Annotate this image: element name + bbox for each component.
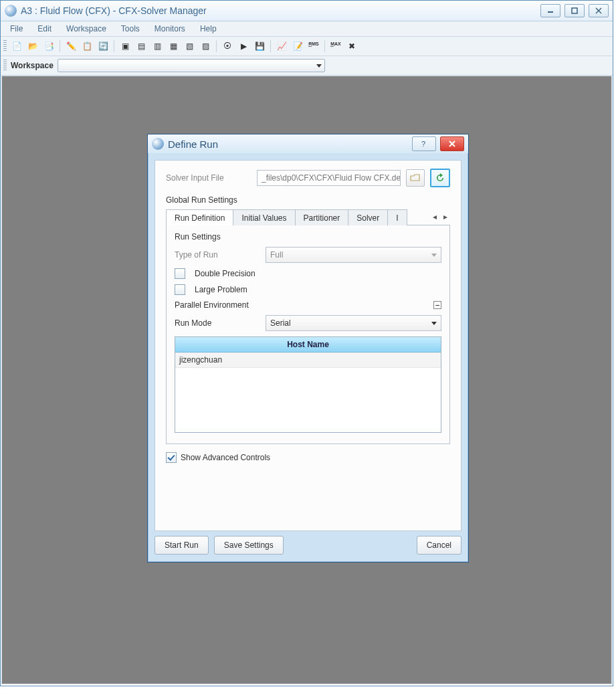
window-title: A3 : Fluid Flow (CFX) - CFX-Solver Manag…: [21, 5, 207, 16]
browse-button[interactable]: [406, 169, 425, 187]
show-advanced-label: Show Advanced Controls: [181, 453, 270, 462]
solver-input-field[interactable]: _files\dp0\CFX\CFX\Fluid Flow CFX.def: [257, 170, 401, 186]
type-of-run-label: Type of Run: [175, 250, 260, 260]
reload-icon[interactable]: 🔄: [96, 39, 110, 54]
collapse-toggle[interactable]: ‒: [433, 301, 441, 309]
toolbar-separator: [114, 40, 114, 52]
edit-icon[interactable]: ✏️: [64, 39, 78, 54]
chevron-down-icon: [431, 254, 437, 257]
type-of-run-select[interactable]: Full: [266, 247, 441, 263]
chevron-down-icon: [316, 64, 322, 68]
toolbar: 📄📂📑✏️📋🔄▣▤▥▦▧▨⦿▶💾📈📝RMS‾‾MAX‾‾✖: [1, 37, 613, 56]
dialog-footer: Start Run Save Settings Cancel: [155, 535, 461, 555]
workspace-label: Workspace: [11, 61, 54, 70]
rms-icon[interactable]: RMS‾‾: [306, 39, 321, 54]
grid-empty-area: [175, 368, 441, 432]
maximize-button[interactable]: [564, 4, 585, 17]
tab-pane: Run Settings Type of Run Full Double Pre…: [166, 225, 450, 444]
tab-scroll-left[interactable]: ◂: [430, 210, 439, 223]
dialog-body: Solver Input File _files\dp0\CFX\CFX\Flu…: [155, 160, 461, 531]
toolbar-separator: [270, 40, 271, 52]
tab-partitioner[interactable]: Partitioner: [295, 209, 349, 225]
docs-icon[interactable]: 📑: [41, 39, 56, 54]
titlebar: A3 : Fluid Flow (CFX) - CFX-Solver Manag…: [1, 1, 613, 21]
dialog-titlebar: Define Run ?: [148, 134, 468, 153]
toolbar-grip: [3, 40, 7, 52]
wsbar-grip: [3, 60, 7, 72]
define-run-dialog: Define Run ? Solver Input File _files\dp…: [147, 134, 469, 563]
run-mode-label: Run Mode: [175, 318, 260, 328]
new-icon[interactable]: 📄: [9, 39, 24, 54]
folder-open-icon: [410, 173, 421, 183]
close-icon[interactable]: ✖: [344, 39, 359, 54]
open-icon[interactable]: 📂: [25, 39, 40, 54]
tab-solver[interactable]: Solver: [348, 209, 388, 225]
stop-icon[interactable]: ⦿: [220, 39, 235, 54]
host-grid: Host Name jizengchuan: [175, 336, 441, 433]
tab-run-definition[interactable]: Run Definition: [166, 209, 233, 225]
start-run-button[interactable]: Start Run: [155, 536, 209, 555]
run-settings-title: Run Settings: [175, 232, 441, 241]
paste-icon[interactable]: 📋: [80, 39, 94, 54]
chevron-down-icon: [431, 322, 437, 325]
parallel-env-title: Parallel Environment: [175, 300, 249, 310]
menu-help[interactable]: Help: [196, 23, 221, 35]
layout1-icon[interactable]: ▣: [118, 39, 132, 54]
toolbar-separator: [216, 40, 217, 52]
large-problem-checkbox[interactable]: [175, 284, 185, 295]
close-window-button[interactable]: [589, 4, 609, 17]
menu-workspace[interactable]: Workspace: [62, 23, 110, 35]
table-row[interactable]: jizengchuan: [175, 353, 441, 368]
tab-initial-values[interactable]: Initial Values: [233, 209, 295, 225]
svg-text:?: ?: [421, 140, 425, 148]
save-icon[interactable]: 💾: [252, 39, 267, 54]
app-icon: [5, 5, 17, 17]
workspace-combo[interactable]: [58, 59, 325, 72]
host-header: Host Name: [175, 337, 441, 353]
menu-tools[interactable]: Tools: [117, 23, 144, 35]
layout2-icon[interactable]: ▤: [134, 39, 148, 54]
double-precision-label: Double Precision: [195, 269, 255, 278]
cancel-button[interactable]: Cancel: [417, 536, 461, 555]
solver-input-label: Solver Input File: [166, 173, 251, 183]
menu-file[interactable]: File: [6, 23, 27, 35]
tabs: Run Definition Initial Values Partitione…: [166, 209, 450, 225]
double-precision-checkbox[interactable]: [175, 268, 185, 279]
close-dialog-button[interactable]: [440, 136, 464, 151]
global-run-settings-label: Global Run Settings: [166, 195, 450, 205]
run-icon[interactable]: ▶: [236, 39, 251, 54]
reload-def-button[interactable]: [430, 169, 450, 187]
run-mode-select[interactable]: Serial: [266, 315, 441, 331]
chart2-icon[interactable]: 📝: [290, 39, 305, 54]
menu-monitors[interactable]: Monitors: [150, 23, 189, 35]
toolbar-separator: [60, 40, 60, 52]
tab-scroll-right[interactable]: ▸: [441, 210, 450, 223]
main-window: A3 : Fluid Flow (CFX) - CFX-Solver Manag…: [0, 0, 613, 686]
workspace-bar: Workspace: [1, 56, 613, 76]
chart1-icon[interactable]: 📈: [274, 39, 289, 54]
save-settings-button[interactable]: Save Settings: [214, 536, 284, 555]
menu-edit[interactable]: Edit: [33, 23, 56, 35]
large-problem-label: Large Problem: [195, 285, 247, 294]
show-advanced-checkbox[interactable]: [166, 452, 177, 463]
menubar: File Edit Workspace Tools Monitors Help: [1, 21, 613, 37]
toolbar-separator: [324, 40, 325, 52]
layout4-icon[interactable]: ▦: [166, 39, 181, 54]
help-button[interactable]: ?: [412, 136, 436, 151]
max-icon[interactable]: MAX‾‾: [328, 39, 343, 54]
tab-more[interactable]: I: [387, 209, 407, 225]
dialog-icon: [152, 138, 164, 150]
svg-rect-1: [572, 8, 577, 13]
dialog-title: Define Run: [168, 138, 218, 150]
minimize-button[interactable]: [540, 4, 560, 17]
layout3-icon[interactable]: ▥: [150, 39, 165, 54]
layout6-icon[interactable]: ▨: [198, 39, 213, 54]
reload-icon: [435, 173, 445, 183]
layout5-icon[interactable]: ▧: [182, 39, 197, 54]
